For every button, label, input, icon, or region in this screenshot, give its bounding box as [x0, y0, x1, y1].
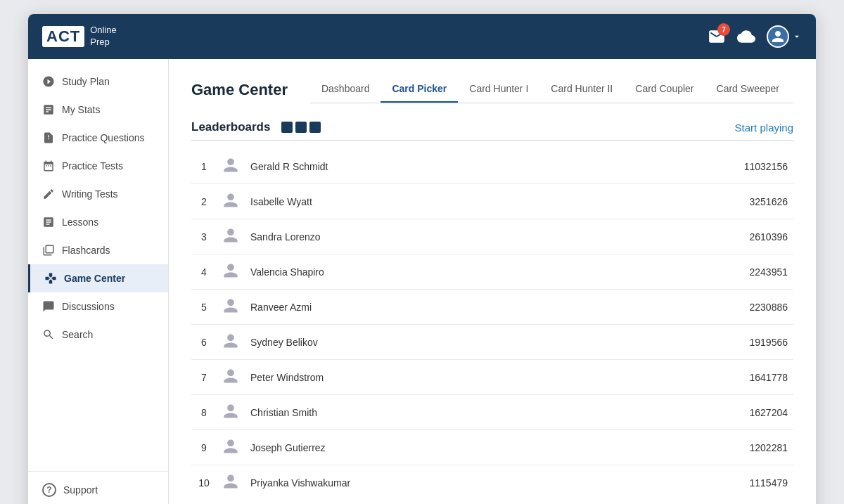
- player-score: 1202281: [612, 430, 793, 465]
- rank-cell: 5: [191, 290, 217, 325]
- tab-card-hunter-1[interactable]: Card Hunter I: [458, 76, 539, 103]
- player-score: 3251626: [612, 184, 793, 219]
- sidebar-item-flashcards[interactable]: Flashcards: [28, 236, 168, 264]
- player-name: Priyanka Vishwakumar: [245, 465, 612, 500]
- top-nav: ACT OnlinePrep 7: [28, 14, 816, 59]
- player-score: 2243951: [612, 254, 793, 290]
- player-name: Sydney Belikov: [245, 325, 612, 360]
- player-name: Gerald R Schmidt: [245, 149, 612, 184]
- leaderboard-header: Leaderboards Start playing: [191, 120, 793, 134]
- sidebar-item-lessons[interactable]: Lessons: [28, 208, 168, 236]
- leaderboard-row: 4 Valencia Shapiro 2243951: [191, 254, 793, 290]
- rank-cell: 4: [191, 254, 217, 290]
- tab-card-sweeper[interactable]: Card Sweeper: [705, 76, 791, 103]
- filter-block-2[interactable]: [295, 122, 307, 133]
- sidebar-item-practice-questions[interactable]: Practice Questions: [28, 124, 168, 152]
- player-name: Valencia Shapiro: [245, 254, 612, 290]
- avatar-cell: [217, 395, 245, 430]
- rank-cell: 7: [191, 360, 217, 395]
- rank-cell: 1: [191, 149, 217, 184]
- user-menu-button[interactable]: [767, 25, 802, 48]
- main-layout: Study Plan My Stats Practice Questions P…: [28, 59, 816, 504]
- filter-block-3[interactable]: [309, 122, 321, 133]
- leaderboard-table: 1 Gerald R Schmidt 11032156 2 Isabelle W…: [191, 149, 793, 500]
- avatar-cell: [217, 360, 245, 395]
- leaderboard-title: Leaderboards: [191, 120, 270, 134]
- player-name: Ranveer Azmi: [245, 290, 612, 325]
- leaderboard-row: 6 Sydney Belikov 1919566: [191, 325, 793, 360]
- player-name: Joseph Gutierrez: [245, 430, 612, 465]
- leaderboard-row: 9 Joseph Gutierrez 1202281: [191, 430, 793, 465]
- avatar-cell: [217, 430, 245, 465]
- support-button[interactable]: ? Support: [42, 483, 154, 497]
- leaderboard-row: 7 Peter Windstrom 1641778: [191, 360, 793, 395]
- page-content: Leaderboards Start playing 1: [169, 103, 816, 504]
- page-title: Game Center: [191, 81, 288, 99]
- player-score: 1115479: [612, 465, 793, 500]
- sidebar: Study Plan My Stats Practice Questions P…: [28, 59, 169, 504]
- sidebar-bottom: ? Support: [28, 471, 168, 504]
- player-score: 1641778: [612, 360, 793, 395]
- cloud-button[interactable]: [737, 27, 755, 46]
- rank-cell: 2: [191, 184, 217, 219]
- player-score: 1919566: [612, 325, 793, 360]
- player-name: Christian Smith: [245, 395, 612, 430]
- rank-cell: 10: [191, 465, 217, 500]
- sidebar-item-practice-tests[interactable]: Practice Tests: [28, 152, 168, 180]
- avatar-cell: [217, 290, 245, 325]
- content-area: Game Center Dashboard Card Picker Card H…: [169, 59, 816, 504]
- app-subtitle: OnlinePrep: [90, 25, 117, 49]
- player-score: 2610396: [612, 219, 793, 254]
- player-name: Peter Windstrom: [245, 360, 612, 395]
- app-window: ACT OnlinePrep 7 Study: [28, 14, 816, 504]
- tab-card-picker[interactable]: Card Picker: [381, 76, 458, 103]
- sidebar-item-discussions[interactable]: Discussions: [28, 292, 168, 321]
- sidebar-item-search[interactable]: Search: [28, 321, 168, 349]
- page-title-row: Game Center Dashboard Card Picker Card H…: [191, 76, 793, 103]
- leaderboard-row: 3 Sandra Lorenzo 2610396: [191, 219, 793, 254]
- support-icon: ?: [42, 483, 56, 497]
- rank-cell: 6: [191, 325, 217, 360]
- nav-actions: 7: [708, 25, 802, 48]
- sidebar-item-game-center[interactable]: Game Center: [28, 264, 168, 292]
- start-playing-button[interactable]: Start playing: [735, 122, 793, 134]
- leaderboard-row: 8 Christian Smith 1627204: [191, 395, 793, 430]
- tabs-row: Dashboard Card Picker Card Hunter I Card…: [310, 76, 793, 103]
- user-avatar: [767, 25, 789, 48]
- leaderboard-row: 10 Priyanka Vishwakumar 1115479: [191, 465, 793, 500]
- leaderboard-row: 2 Isabelle Wyatt 3251626: [191, 184, 793, 219]
- filter-blocks: [281, 122, 321, 133]
- avatar-cell: [217, 219, 245, 254]
- player-name: Sandra Lorenzo: [245, 219, 612, 254]
- filter-block-1[interactable]: [281, 122, 293, 133]
- sidebar-item-my-stats[interactable]: My Stats: [28, 96, 168, 124]
- tab-card-coupler[interactable]: Card Coupler: [624, 76, 705, 103]
- avatar-cell: [217, 149, 245, 184]
- avatar-cell: [217, 465, 245, 500]
- sidebar-item-study-plan[interactable]: Study Plan: [28, 67, 168, 96]
- logo-area: ACT OnlinePrep: [42, 25, 117, 49]
- notification-badge: 7: [717, 23, 730, 36]
- divider: [191, 140, 793, 141]
- rank-cell: 3: [191, 219, 217, 254]
- avatar-cell: [217, 325, 245, 360]
- rank-cell: 8: [191, 395, 217, 430]
- rank-cell: 9: [191, 430, 217, 465]
- player-name: Isabelle Wyatt: [245, 184, 612, 219]
- act-logo: ACT: [42, 26, 84, 47]
- player-score: 11032156: [612, 149, 793, 184]
- leaderboard-row: 1 Gerald R Schmidt 11032156: [191, 149, 793, 184]
- tab-dashboard[interactable]: Dashboard: [310, 76, 381, 103]
- notifications-button[interactable]: 7: [708, 27, 726, 46]
- avatar-cell: [217, 184, 245, 219]
- page-header: Game Center Dashboard Card Picker Card H…: [169, 59, 816, 103]
- player-score: 1627204: [612, 395, 793, 430]
- avatar-cell: [217, 254, 245, 290]
- leaderboard-row: 5 Ranveer Azmi 2230886: [191, 290, 793, 325]
- sidebar-item-writing-tests[interactable]: Writing Tests: [28, 180, 168, 208]
- player-score: 2230886: [612, 290, 793, 325]
- tab-card-hunter-2[interactable]: Card Hunter II: [539, 76, 624, 103]
